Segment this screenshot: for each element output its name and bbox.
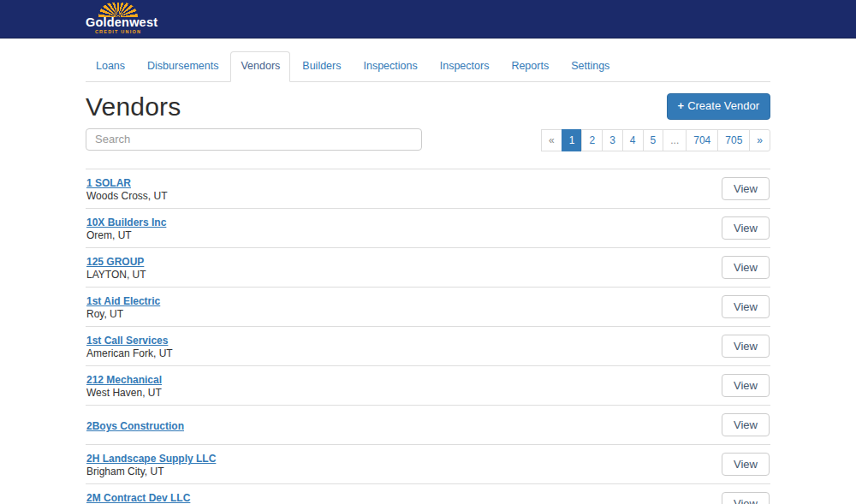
pagination-item[interactable]: 5 — [644, 129, 664, 151]
pagination-item[interactable]: ... — [663, 129, 687, 151]
pagination-item[interactable]: 2 — [582, 129, 603, 151]
pagination-item[interactable]: « — [542, 129, 562, 151]
goldenwest-logo[interactable]: Goldenwest CREDIT UNION — [86, 3, 151, 34]
vendor-location: Orem, UT — [86, 229, 166, 242]
pagination-item-label[interactable]: « — [541, 129, 562, 151]
view-button[interactable]: View — [722, 374, 770, 398]
vendor-location: West Haven, UT — [86, 387, 162, 400]
logo-name: Goldenwest — [86, 16, 151, 28]
vendor-row: 1st Aid Electric Roy, UT View — [86, 288, 770, 327]
vendor-info: 212 Mechanical West Haven, UT — [86, 371, 162, 400]
vendor-info: 1 SOLAR Woods Cross, UT — [86, 174, 167, 203]
nav-tab[interactable]: Disbursements — [137, 51, 229, 82]
vendor-row: 2Boys Construction View — [86, 406, 770, 445]
pagination-item[interactable]: 705 — [718, 129, 750, 151]
vendor-name-link[interactable]: 2Boys Construction — [86, 420, 184, 433]
pagination-item[interactable]: 1 — [562, 129, 583, 151]
logo-tagline: CREDIT UNION — [86, 29, 151, 34]
view-button[interactable]: View — [722, 256, 770, 280]
vendor-info: 125 GROUP LAYTON, UT — [86, 252, 146, 282]
vendor-info: 2Boys Construction — [86, 417, 184, 433]
vendor-row: 1st Call Services American Fork, UT View — [86, 327, 770, 366]
vendor-row: 2M Contract Dev LLC TOOELE, UT View — [86, 484, 770, 504]
vendor-name-link[interactable]: 2H Landscape Supply LLC — [86, 453, 216, 465]
toolbar: «12345...704705» — [86, 128, 770, 151]
pagination-item-label[interactable]: » — [749, 129, 770, 151]
view-button[interactable]: View — [722, 492, 770, 504]
vendor-row: 212 Mechanical West Haven, UT View — [86, 366, 770, 406]
nav-tab[interactable]: Inspections — [353, 51, 427, 82]
vendor-row: 125 GROUP LAYTON, UT View — [86, 248, 770, 288]
vendor-name-link[interactable]: 2M Contract Dev LLC — [86, 492, 190, 504]
vendor-info: 10X Builders Inc Orem, UT — [86, 213, 166, 242]
vendor-row: 10X Builders Inc Orem, UT View — [86, 209, 770, 248]
pagination-item[interactable]: » — [750, 129, 770, 151]
nav-tab[interactable]: Inspectors — [430, 51, 500, 82]
view-button[interactable]: View — [722, 335, 770, 359]
nav-tab-label[interactable]: Builders — [292, 51, 351, 82]
nav-tabs: LoansDisbursementsVendorsBuildersInspect… — [86, 51, 770, 82]
vendor-row: 2H Landscape Supply LLC Brigham City, UT… — [86, 445, 770, 484]
vendor-name-link[interactable]: 212 Mechanical — [86, 374, 162, 387]
vendor-info: 1st Call Services American Fork, UT — [86, 331, 173, 360]
vendor-location: Woods Cross, UT — [86, 190, 167, 203]
pagination-item-label[interactable]: 2 — [581, 129, 603, 151]
nav-tab-label[interactable]: Inspections — [353, 51, 427, 82]
pagination-item[interactable]: 3 — [603, 129, 623, 151]
vendor-info: 2M Contract Dev LLC TOOELE, UT — [86, 489, 190, 504]
nav-tab-label[interactable]: Inspectors — [430, 51, 500, 82]
pagination-item-label[interactable]: 705 — [717, 129, 750, 151]
nav-tab-label[interactable]: Settings — [561, 51, 620, 82]
vendor-name-link[interactable]: 1st Aid Electric — [86, 295, 160, 308]
pagination-item-label[interactable]: 704 — [686, 129, 718, 151]
view-button[interactable]: View — [722, 413, 770, 437]
vendor-list: 1 SOLAR Woods Cross, UT View 10X Builder… — [86, 169, 770, 504]
vendor-name-link[interactable]: 125 GROUP — [86, 256, 144, 269]
pagination-item[interactable]: 704 — [687, 129, 718, 151]
plus-icon: + — [678, 99, 685, 112]
pagination-item[interactable]: 4 — [623, 129, 644, 151]
nav-tab[interactable]: Settings — [561, 51, 620, 82]
view-button[interactable]: View — [722, 177, 770, 201]
page-header: Vendors +Create Vendor — [86, 92, 770, 122]
vendor-location: American Fork, UT — [86, 347, 173, 360]
vendor-name-link[interactable]: 10X Builders Inc — [86, 216, 166, 229]
create-vendor-button[interactable]: +Create Vendor — [667, 93, 770, 120]
pagination-item-label[interactable]: 5 — [643, 129, 664, 151]
search-input[interactable] — [86, 128, 422, 151]
pagination-item-label[interactable]: ... — [663, 129, 687, 151]
page-title: Vendors — [86, 92, 181, 122]
view-button[interactable]: View — [722, 216, 770, 240]
vendor-name-link[interactable]: 1 SOLAR — [86, 177, 131, 190]
nav-tab-label[interactable]: Reports — [501, 51, 559, 82]
nav-tab[interactable]: Loans — [86, 51, 135, 82]
create-vendor-label: Create Vendor — [687, 99, 759, 112]
vendor-name-link[interactable]: 1st Call Services — [86, 335, 168, 347]
vendor-info: 2H Landscape Supply LLC Brigham City, UT — [86, 449, 216, 478]
vendor-info: 1st Aid Electric Roy, UT — [86, 292, 160, 321]
vendor-location: Roy, UT — [86, 308, 160, 321]
pagination: «12345...704705» — [542, 129, 770, 151]
nav-tab-label[interactable]: Vendors — [230, 51, 290, 82]
nav-tab[interactable]: Builders — [292, 51, 351, 82]
view-button[interactable]: View — [722, 295, 770, 319]
pagination-item-label[interactable]: 3 — [602, 129, 623, 151]
nav-tab[interactable]: Vendors — [230, 51, 290, 82]
vendor-location: LAYTON, UT — [86, 269, 146, 282]
nav-tab[interactable]: Reports — [501, 51, 559, 82]
pagination-item-label[interactable]: 1 — [562, 129, 583, 151]
vendor-row: 1 SOLAR Woods Cross, UT View — [86, 169, 770, 209]
nav-tab-label[interactable]: Loans — [86, 51, 135, 82]
app-header: Goldenwest CREDIT UNION — [0, 0, 856, 39]
vendor-location: Brigham City, UT — [86, 465, 216, 478]
nav-tab-label[interactable]: Disbursements — [137, 51, 229, 82]
pagination-item-label[interactable]: 4 — [622, 129, 644, 151]
view-button[interactable]: View — [722, 453, 770, 477]
